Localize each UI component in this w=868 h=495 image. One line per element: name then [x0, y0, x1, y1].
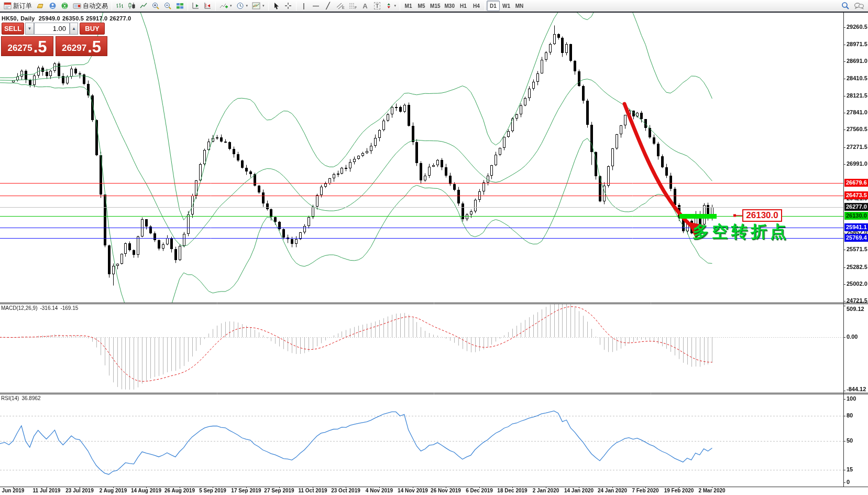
cursor-icon — [273, 2, 280, 9]
autotrading-button[interactable]: 自动交易 — [71, 1, 110, 11]
auto-scroll-button[interactable] — [190, 1, 202, 11]
y-axis-label: 28121.5 — [847, 92, 867, 99]
gold-button[interactable] — [34, 1, 47, 11]
zoom-out-icon — [164, 2, 172, 10]
timeframe-d1[interactable]: D1 — [487, 1, 500, 11]
trendline-button[interactable]: ╱ — [322, 1, 334, 11]
gold-bar-icon — [36, 2, 45, 9]
turning-point-annotation[interactable]: 多空转折点 — [693, 221, 789, 243]
chart-shift-button[interactable] — [202, 1, 214, 11]
date-axis-label: 11 Oct 2019 — [298, 488, 327, 493]
timeframe-h1[interactable]: H1 — [457, 1, 470, 11]
toolbar-separator — [485, 2, 485, 10]
text-label-icon: T — [374, 2, 381, 9]
text-label-button[interactable]: T — [371, 1, 383, 11]
buy-price-panel[interactable]: 26297.5 — [56, 36, 107, 56]
signals-button[interactable] — [59, 1, 71, 11]
periods-button[interactable]: ▾ — [234, 1, 250, 11]
volume-input[interactable] — [34, 23, 70, 35]
vertical-line-button[interactable]: | — [298, 1, 310, 11]
date-axis-label: 26 Nov 2019 — [431, 488, 461, 493]
community-button[interactable] — [47, 1, 59, 11]
templates-button[interactable]: ▾ — [250, 1, 267, 11]
timeframe-m15[interactable]: M15 — [428, 1, 442, 11]
indicators-button[interactable]: ▾ — [217, 1, 234, 11]
toolbar-separator — [400, 2, 400, 10]
date-axis-label: 5 Sep 2019 — [199, 488, 226, 493]
sell-button[interactable]: SELL — [2, 23, 24, 35]
chart-window: HK50,Daily 25949.026350.525917.026277.0 … — [0, 12, 868, 495]
y-axis-label: 28691.0 — [847, 58, 867, 64]
bar-chart-button[interactable] — [114, 1, 126, 11]
line-chart-button[interactable] — [138, 1, 150, 11]
bar-chart-icon — [116, 2, 124, 9]
cursor-button[interactable] — [270, 1, 282, 11]
chat-button[interactable] — [852, 1, 866, 11]
support-highlight-bar[interactable] — [679, 214, 717, 219]
arrows-icon — [386, 2, 392, 9]
date-axis-label: Jun 2019 — [2, 488, 25, 493]
buy-price: 26297 — [62, 41, 86, 55]
date-axis-label: 19 Feb 2020 — [664, 488, 694, 493]
date-axis-label: 14 Aug 2019 — [131, 488, 161, 493]
chevron-down-icon: ▼ — [28, 26, 32, 31]
zoom-out-button[interactable] — [162, 1, 174, 11]
period-label: Daily — [20, 15, 35, 21]
timeframe-h4[interactable]: H4 — [470, 1, 483, 11]
buy-button[interactable]: BUY — [80, 23, 105, 35]
timeframe-w1[interactable]: W1 — [500, 1, 513, 11]
text-button[interactable]: A — [359, 1, 371, 11]
ohlc-close: 26277.0 — [109, 15, 131, 21]
toolbar-divider — [0, 12, 868, 13]
new-order-label: 新订单 — [13, 2, 32, 10]
chart-shift-icon — [204, 2, 212, 9]
date-axis-label: 27 Sep 2019 — [264, 488, 294, 493]
horizontal-line-button[interactable]: — — [310, 1, 322, 11]
date-axis-label: 23 Jul 2019 — [65, 488, 93, 493]
crosshair-button[interactable] — [282, 1, 294, 11]
channel-button[interactable]: E — [334, 1, 347, 11]
sell-price-panel[interactable]: 26275.5 — [1, 36, 53, 56]
y-axis-label: 27271.5 — [847, 144, 867, 150]
date-axis-label: 18 Dec 2019 — [497, 488, 527, 493]
buy-button-label: BUY — [85, 25, 99, 33]
y-axis-label: 28410.5 — [847, 75, 867, 81]
vertical-line-icon: | — [303, 2, 304, 9]
new-order-button[interactable]: 新订单 — [2, 1, 34, 11]
timeframe-m30[interactable]: M30 — [443, 1, 457, 11]
price-chart-canvas[interactable] — [0, 12, 868, 495]
macd-value: -316.14 — [40, 305, 58, 311]
sell-price: 26275 — [7, 41, 32, 55]
price-badge: 26130.0 — [844, 212, 868, 220]
tile-windows-button[interactable] — [174, 1, 186, 11]
fibonacci-button[interactable]: F — [347, 1, 359, 11]
main-toolbar: 新订单 自动交易 ▾ ▾ ▾ | — ╱ E F A T ▾ M1M5M15M3… — [0, 0, 868, 12]
timeframe-m1[interactable]: M1 — [402, 1, 415, 11]
date-axis-label: 7 Feb 2020 — [632, 488, 658, 493]
buy-price-fraction: .5 — [87, 39, 101, 55]
symbol-label: HK50, — [2, 15, 18, 21]
timeframe-mn[interactable]: MN — [513, 1, 526, 11]
rsi-axis-label: 100 — [847, 395, 856, 402]
one-click-trading-panel: SELL ▼ ▲ BUY 26275.5 26297.5 — [1, 23, 108, 68]
svg-text:F: F — [355, 6, 357, 9]
indicators-icon — [219, 2, 228, 9]
y-axis-label: 25002.0 — [847, 281, 867, 287]
arrows-button[interactable]: ▾ — [383, 1, 399, 11]
price-annotation-box[interactable]: 26130.0 — [742, 209, 782, 222]
timeframe-m5[interactable]: M5 — [415, 1, 428, 11]
volume-increase-button[interactable]: ▲ — [70, 23, 78, 35]
clock-icon — [236, 2, 244, 9]
date-axis-label: 14 Nov 2019 — [398, 488, 428, 493]
y-axis-label: 27841.0 — [847, 109, 867, 115]
y-axis-label: 27560.5 — [847, 126, 867, 132]
search-button[interactable] — [839, 1, 852, 11]
date-axis-label: 2 Aug 2019 — [100, 488, 127, 493]
zoom-in-button[interactable] — [150, 1, 162, 11]
y-axis-label: 26991.0 — [847, 160, 867, 167]
y-axis-label: 29260.5 — [847, 24, 867, 30]
rsi-axis-label: 50 — [847, 437, 853, 444]
volume-decrease-button[interactable]: ▼ — [25, 23, 34, 35]
date-axis-label: 14 Jan 2020 — [564, 488, 594, 493]
candlestick-chart-button[interactable] — [126, 1, 138, 11]
